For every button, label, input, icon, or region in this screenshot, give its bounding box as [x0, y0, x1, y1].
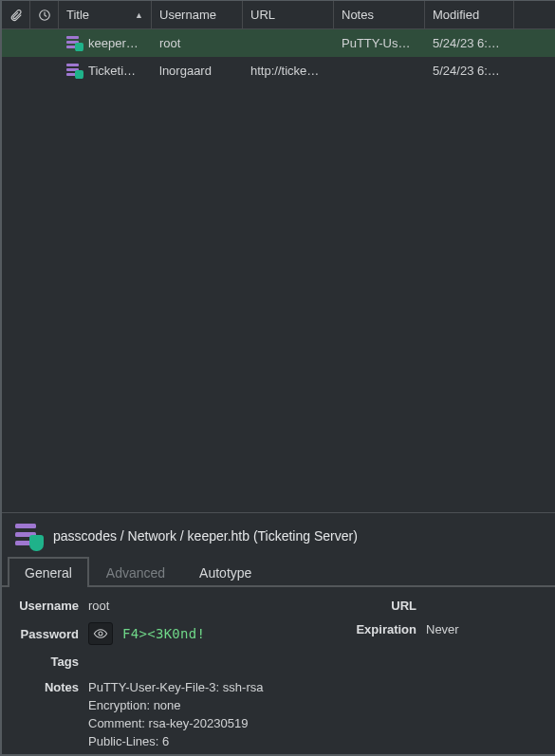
svg-point-1 — [99, 632, 102, 636]
breadcrumb: passcodes / Network / keeper.htb (Ticket… — [53, 528, 358, 544]
password-manager-window: Title ▲ Username URL Notes Modified — [0, 0, 555, 756]
column-header-username[interactable]: Username — [152, 1, 243, 28]
column-header-url[interactable]: URL — [243, 1, 334, 28]
field-password: Password F4><3K0nd! — [17, 622, 341, 645]
field-label: Notes — [17, 678, 88, 694]
password-value[interactable]: F4><3K0nd! — [122, 626, 205, 641]
field-notes: Notes PuTTY-User-Key-File-3: ssh-rsa Enc… — [17, 678, 540, 750]
cell-modified: 5/24/23 6:… — [425, 64, 514, 78]
cell-notes: PuTTY-Us… — [334, 36, 425, 50]
notes-line: PuTTY-User-Key-File-3: ssh-rsa — [88, 678, 263, 696]
tab-label: Autotype — [199, 565, 251, 581]
tab-advanced[interactable]: Advanced — [89, 557, 182, 587]
cell-username: lnorgaard — [152, 64, 243, 78]
entry-icon — [66, 63, 83, 79]
field-label: Expiration — [350, 622, 426, 636]
column-header-label: Notes — [342, 8, 374, 22]
notes-line: Public-Lines: 6 — [88, 732, 263, 750]
column-header-title[interactable]: Title ▲ — [59, 1, 152, 28]
paperclip-icon — [9, 8, 23, 23]
notes-line: Comment: rsa-key-20230519 — [88, 714, 263, 732]
cell-modified: 5/24/23 6:… — [425, 36, 514, 50]
column-header-label: URL — [250, 8, 275, 22]
field-username: Username root — [17, 599, 341, 613]
sort-asc-icon: ▲ — [135, 10, 143, 20]
entries-table: Title ▲ Username URL Notes Modified — [2, 1, 555, 512]
column-header-label: Title — [66, 8, 89, 22]
column-header-modified[interactable]: Modified — [425, 1, 514, 28]
clock-icon — [38, 9, 51, 22]
tab-general[interactable]: General — [8, 557, 89, 587]
notes-line: Encryption: none — [88, 696, 263, 714]
column-header-attachment[interactable] — [2, 1, 30, 28]
detail-left-column: Username root Password — [17, 599, 341, 678]
cell-title: keeper… — [59, 35, 152, 51]
table-header-row: Title ▲ Username URL Notes Modified — [2, 1, 555, 29]
column-header-spacer — [514, 1, 555, 28]
detail-header: passcodes / Network / keeper.htb (Ticket… — [2, 515, 555, 556]
column-header-expiry[interactable] — [30, 1, 59, 28]
entry-icon — [66, 35, 83, 51]
column-header-label: Modified — [433, 8, 479, 22]
field-expiration: Expiration Never — [350, 622, 540, 636]
tab-label: General — [25, 565, 72, 581]
entry-icon — [15, 523, 42, 549]
notes-value[interactable]: PuTTY-User-Key-File-3: ssh-rsa Encryptio… — [88, 678, 263, 750]
cell-username: root — [152, 36, 243, 50]
table-body: keeper… root PuTTY-Us… 5/24/23 6:… Ticke… — [2, 29, 555, 512]
toggle-password-visibility-button[interactable] — [88, 622, 113, 645]
cell-title-text: Ticketi… — [88, 64, 136, 78]
field-tags: Tags — [17, 655, 341, 669]
tab-label: Advanced — [106, 565, 165, 581]
cell-title: Ticketi… — [59, 63, 152, 79]
detail-body: Username root Password — [2, 587, 555, 754]
cell-url: http://ticke… — [243, 64, 334, 78]
cell-title-text: keeper… — [88, 36, 139, 50]
field-label: URL — [350, 599, 426, 613]
column-header-notes[interactable]: Notes — [334, 1, 425, 28]
scrollbar[interactable] — [545, 475, 553, 748]
table-row[interactable]: Ticketi… lnorgaard http://ticke… 5/24/23… — [2, 57, 555, 84]
detail-right-column: URL Expiration Never — [350, 599, 540, 678]
field-value: Never — [426, 622, 459, 636]
field-label: Tags — [17, 655, 88, 669]
detail-tabs: General Advanced Autotype — [2, 556, 555, 587]
field-label: Username — [17, 599, 88, 613]
column-header-label: Username — [159, 8, 216, 22]
field-url: URL — [350, 599, 540, 613]
table-row[interactable]: keeper… root PuTTY-Us… 5/24/23 6:… — [2, 29, 555, 57]
tab-autotype[interactable]: Autotype — [182, 557, 268, 587]
eye-icon — [93, 628, 108, 639]
field-label: Password — [17, 627, 88, 641]
field-value[interactable]: root — [88, 599, 109, 613]
